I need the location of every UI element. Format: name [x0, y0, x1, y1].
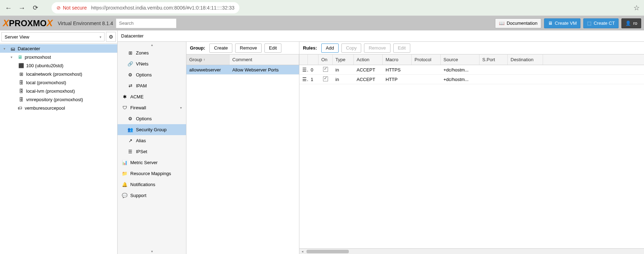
logo: X PROXMO X	[3, 18, 53, 29]
tree-sdn[interactable]: ⊞ localnetwork (proxmoxhost)	[0, 70, 117, 78]
col-index	[308, 54, 318, 65]
breadcrumb: Datacenter	[118, 30, 644, 42]
scroll-left-icon[interactable]: ◂	[299, 249, 305, 253]
group-remove-button[interactable]: Remove	[235, 44, 261, 53]
view-selector[interactable]: Server View ▾	[1, 32, 105, 41]
comment-icon: 💬	[122, 193, 127, 198]
menu-fw-options[interactable]: ⚙Options	[118, 113, 186, 124]
rules-add-button[interactable]: Add	[321, 44, 339, 53]
drag-handle-icon[interactable]: ☰	[302, 67, 308, 73]
folder-icon: 📁	[122, 171, 127, 176]
documentation-button[interactable]: 📖 Documentation	[495, 18, 541, 28]
group-row[interactable]: allowwebserver Allow Webserver Ports	[186, 65, 299, 75]
search-input[interactable]	[116, 18, 177, 28]
rule-row[interactable]: ☰ 1 in ACCEPT HTTP +dc/hostm...	[299, 75, 644, 84]
menu-ipset[interactable]: ☰IPSet	[118, 146, 186, 157]
tree-storage-lvm[interactable]: 🗄 local-lvm (proxmoxhost)	[0, 87, 117, 95]
view-settings-button[interactable]: ⚙	[106, 32, 116, 42]
menu-vnets[interactable]: 🔗VNets	[118, 58, 186, 69]
col-group[interactable]: Group↑	[186, 54, 229, 65]
collapse-icon[interactable]: ▾	[4, 47, 8, 51]
tree-node[interactable]: ▾ 🖥 proxmoxhost	[0, 53, 117, 61]
col-source[interactable]: Source	[441, 54, 479, 65]
rules-label: Rules:	[303, 45, 317, 51]
tree-storage-vmrepository[interactable]: 🗄 vmrepository (proxmoxhost)	[0, 95, 117, 104]
cube-icon: ⬚	[587, 21, 591, 26]
menu-metric-server[interactable]: 📊Metric Server	[118, 157, 186, 168]
user-icon: 👤	[625, 21, 631, 26]
rules-edit-button: Edit	[393, 44, 410, 53]
menu-zones[interactable]: ⊞Zones	[118, 47, 186, 58]
chart-icon: 📊	[122, 160, 127, 165]
shield-icon: 🛡	[122, 105, 127, 110]
chevron-down-icon: ▾	[180, 106, 182, 110]
user-menu[interactable]: 👤 ro	[621, 18, 641, 28]
col-macro[interactable]: Macro	[383, 54, 412, 65]
group-create-button[interactable]: Create	[209, 44, 232, 53]
tree-vm[interactable]: ⬛ 100 (ubuntu20std)	[0, 61, 117, 70]
rules-copy-button: Copy	[341, 44, 361, 53]
menu-acme[interactable]: ✱ACME	[118, 91, 186, 102]
vm-icon: ⬛	[18, 63, 24, 68]
back-button[interactable]: ←	[4, 4, 13, 12]
group-edit-button[interactable]: Edit	[264, 44, 281, 53]
not-secure-icon: ⊘	[56, 5, 61, 11]
gear-icon: ⚙	[127, 116, 133, 121]
group-icon: 👥	[127, 127, 133, 132]
storage-icon: 🗄	[18, 80, 24, 85]
refresh-button[interactable]: ⟳	[31, 4, 40, 12]
list-icon: ☰	[127, 149, 133, 154]
sort-asc-icon: ↑	[203, 58, 205, 62]
rule-row[interactable]: ☰ 0 in ACCEPT HTTPS +dc/hostm...	[299, 65, 644, 75]
network-icon: 🔗	[127, 61, 133, 67]
col-comment[interactable]: Comment	[229, 54, 299, 65]
gear-icon: ⚙	[127, 72, 133, 77]
tree-datacenter[interactable]: ▾ 🖴 Datacenter	[0, 44, 117, 53]
col-on[interactable]: On	[318, 54, 333, 65]
col-destination[interactable]: Destination	[508, 54, 543, 65]
node-icon: 🖥	[17, 54, 23, 60]
monitor-icon: 🖥	[548, 21, 553, 26]
menu-alias[interactable]: ↗Alias	[118, 135, 186, 146]
menu-ipam[interactable]: ⇄IPAM	[118, 80, 186, 91]
collapse-icon[interactable]: ▾	[11, 55, 15, 59]
menu-scroll-up[interactable]: ▴	[118, 42, 186, 47]
create-ct-button[interactable]: ⬚ Create CT	[583, 18, 619, 28]
server-icon: 🖴	[10, 46, 16, 51]
col-sport[interactable]: S.Port	[479, 54, 508, 65]
tag-icon: 🏷	[17, 105, 23, 111]
horizontal-scrollbar[interactable]: ◂	[299, 248, 644, 254]
chevron-down-icon: ▾	[100, 35, 101, 39]
drag-handle-icon[interactable]: ☰	[302, 76, 308, 82]
rules-remove-button: Remove	[364, 44, 390, 53]
not-secure-label: Not secure	[63, 5, 87, 11]
col-type[interactable]: Type	[333, 54, 354, 65]
menu-options[interactable]: ⚙Options	[118, 69, 186, 80]
gear-icon: ⚙	[109, 34, 113, 40]
rule-enable-checkbox[interactable]	[323, 76, 328, 81]
forward-button[interactable]: →	[18, 4, 26, 12]
external-link-icon: ↗	[127, 138, 133, 143]
menu-security-group[interactable]: 👥Security Group	[118, 124, 186, 135]
col-action[interactable]: Action	[354, 54, 383, 65]
menu-resource-mappings[interactable]: 📁Resource Mappings	[118, 168, 186, 179]
tree-pool[interactable]: 🏷 vemburesourcepool	[0, 104, 117, 112]
menu-notifications[interactable]: 🔔Notifications	[118, 179, 186, 190]
col-protocol[interactable]: Protocol	[412, 54, 441, 65]
url-bar[interactable]: ⊘ Not secure https://proxmoxhost.india.v…	[52, 2, 239, 13]
bookmark-star-icon[interactable]: ☆	[633, 4, 640, 12]
certificate-icon: ✱	[122, 94, 127, 99]
rule-enable-checkbox[interactable]	[323, 67, 328, 72]
menu-scroll-down[interactable]: ▾	[118, 248, 186, 254]
url-text: https://proxmoxhost.india.vembu.com:8006…	[91, 5, 234, 11]
create-vm-button[interactable]: 🖥 Create VM	[544, 18, 580, 28]
tree-storage-local[interactable]: 🗄 local (proxmoxhost)	[0, 78, 117, 87]
env-version: Virtual Environment 8.1.4	[58, 21, 113, 26]
menu-firewall[interactable]: 🛡Firewall ▾	[118, 102, 186, 113]
scrollbar-thumb[interactable]	[306, 250, 349, 253]
storage-icon: 🗄	[18, 97, 24, 102]
menu-support[interactable]: 💬Support	[118, 190, 186, 201]
group-label: Group:	[190, 45, 205, 51]
network-icon: ⊞	[18, 71, 24, 77]
grid-icon: ⊞	[127, 50, 133, 56]
